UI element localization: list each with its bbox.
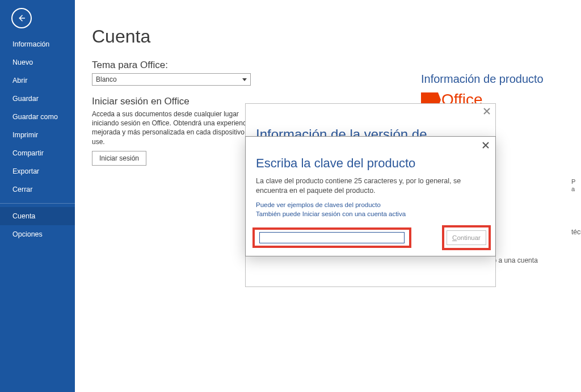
sidebar-item-imprimir[interactable]: Imprimir — [0, 126, 75, 144]
continue-button[interactable]: Continuar — [447, 230, 486, 245]
side-text-fragment: P a — [571, 178, 580, 201]
back-arrow-icon — [16, 13, 27, 23]
sidebar-item-guardar-como[interactable]: Guardar como — [0, 108, 75, 126]
sidebar-item-opciones[interactable]: Opciones — [0, 225, 75, 243]
sidebar-item-nuevo[interactable]: Nuevo — [0, 53, 75, 71]
signin-button[interactable]: Iniciar sesión — [92, 151, 146, 166]
sidebar-item-exportar[interactable]: Exportar — [0, 162, 75, 180]
sidebar-item-compartir[interactable]: Compartir — [0, 144, 75, 162]
back-button[interactable] — [11, 8, 32, 28]
product-key-dialog: Escriba la clave del producto La clave d… — [245, 136, 496, 256]
sidebar-item-cuenta[interactable]: Cuenta — [0, 207, 75, 225]
close-icon — [483, 107, 491, 115]
sidebar-item-abrir[interactable]: Abrir — [0, 71, 75, 90]
sidebar-item-cerrar[interactable]: Cerrar — [0, 180, 75, 199]
sidebar-item-informacion[interactable]: Información — [0, 35, 75, 53]
page-title: Cuenta — [92, 26, 581, 47]
theme-select[interactable]: Blanco — [92, 73, 251, 86]
product-key-input[interactable] — [259, 232, 405, 243]
key-dialog-description: La clave del producto contiene 25 caract… — [256, 176, 485, 196]
theme-label: Tema para Office: — [92, 60, 581, 71]
close-button-outer[interactable] — [483, 107, 491, 115]
sidebar-item-guardar[interactable]: Guardar — [0, 90, 75, 108]
examples-link[interactable]: Puede ver ejemplos de claves del product… — [256, 201, 381, 208]
key-dialog-title: Escriba la clave del producto — [256, 156, 415, 171]
product-info-heading: Información de producto — [421, 73, 544, 86]
backstage-sidebar: Información Nuevo Abrir Guardar Guardar … — [0, 0, 75, 392]
key-input-highlight — [252, 227, 411, 248]
about-text-fragment: técnico, id. del producto y co — [571, 228, 581, 236]
close-icon — [482, 141, 490, 149]
close-button[interactable] — [482, 141, 490, 149]
sidebar-divider — [0, 203, 75, 204]
signin-body: Acceda a sus documentos desde cualquier … — [92, 109, 262, 146]
continue-highlight: Continuar — [442, 225, 491, 250]
signin-instead-link[interactable]: También puede Iniciar sesión con una cue… — [256, 210, 406, 217]
